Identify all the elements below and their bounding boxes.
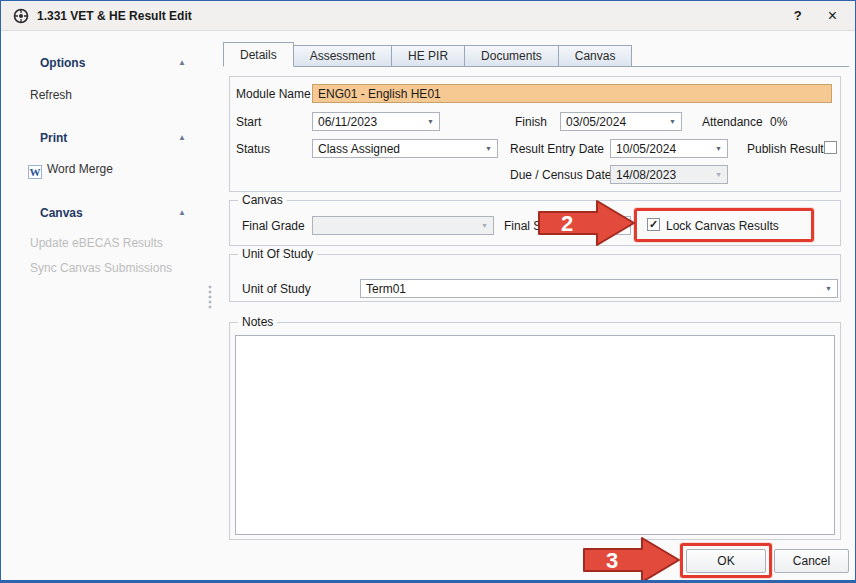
start-label: Start: [236, 115, 261, 129]
chevron-down-icon: ▼: [821, 285, 832, 292]
app-icon: [13, 8, 29, 24]
ok-button[interactable]: OK: [686, 549, 766, 573]
chevron-down-icon: ▼: [481, 145, 492, 152]
sidebar-section-print[interactable]: Print ▲: [2, 131, 216, 151]
section-canvas-label: Canvas: [40, 206, 83, 220]
result-entry-date-combo[interactable]: 10/05/2024 ▼: [610, 139, 728, 158]
collapse-up-icon[interactable]: ▲: [178, 58, 186, 67]
finish-date-combo[interactable]: 03/05/2024 ▼: [560, 112, 682, 131]
final-score-label: Final Score: [504, 219, 565, 233]
cancel-button[interactable]: Cancel: [774, 549, 849, 573]
start-date-value: 06/11/2023: [318, 115, 377, 129]
splitter-grip[interactable]: [207, 284, 213, 310]
section-options-label: Options: [40, 56, 85, 70]
unit-of-study-group-label: Unit Of Study: [238, 247, 317, 261]
module-name-field[interactable]: ENG01 - English HE01: [312, 84, 832, 103]
tab-he-pir[interactable]: HE PIR: [392, 45, 465, 67]
chevron-down-icon: ▼: [711, 171, 722, 178]
notes-group-label: Notes: [238, 315, 277, 329]
window-title: 1.331 VET & HE Result Edit: [37, 9, 192, 23]
chevron-down-icon: ▼: [423, 118, 434, 125]
final-grade-label: Final Grade: [242, 219, 305, 233]
unit-of-study-combo[interactable]: Term01 ▼: [360, 279, 838, 298]
lock-canvas-results-checkbox[interactable]: [647, 218, 660, 231]
chevron-down-icon: ▼: [665, 118, 676, 125]
canvas-group: Canvas Final Grade ▼ Final Score Lock Ca…: [229, 200, 841, 246]
word-merge-label: Word Merge: [47, 162, 113, 176]
word-icon: W: [28, 165, 42, 179]
sidebar-section-options[interactable]: Options ▲: [2, 56, 216, 76]
module-name-label: Module Name: [236, 87, 311, 101]
due-census-date-label: Due / Census Date: [510, 168, 611, 182]
details-tab-page: Module Name ENG01 - English HE01 Start 0…: [223, 66, 849, 542]
sidebar-section-canvas[interactable]: Canvas ▲: [2, 206, 216, 226]
main-fields-group: Module Name ENG01 - English HE01 Start 0…: [229, 76, 841, 192]
status-combo[interactable]: Class Assigned ▼: [312, 139, 498, 158]
vet-he-result-edit-dialog: 1.331 VET & HE Result Edit ? × Options ▲…: [0, 0, 856, 583]
attendance-label: Attendance: [702, 115, 763, 129]
step-3-number: 3: [606, 548, 618, 573]
tab-assessment[interactable]: Assessment: [294, 45, 392, 67]
finish-label: Finish: [515, 115, 547, 129]
chevron-down-icon: ▼: [711, 145, 722, 152]
sidebar-item-word-merge[interactable]: WWord Merge: [28, 162, 113, 179]
close-button[interactable]: ×: [822, 7, 843, 25]
attendance-value: 0%: [770, 115, 787, 129]
section-print-label: Print: [40, 131, 67, 145]
unit-of-study-value: Term01: [366, 282, 406, 296]
update-ebecas-results-label: Update eBECAS Results: [30, 236, 163, 250]
final-score-field[interactable]: [567, 216, 631, 235]
collapse-up-icon[interactable]: ▲: [178, 208, 186, 217]
tab-documents[interactable]: Documents: [465, 45, 559, 67]
sync-canvas-submissions-label: Sync Canvas Submissions: [30, 261, 172, 275]
title-bar: 1.331 VET & HE Result Edit ? ×: [1, 1, 855, 31]
finish-date-value: 03/05/2024: [566, 115, 626, 129]
unit-of-study-group: Unit Of Study Unit of Study Term01 ▼: [229, 254, 841, 302]
due-census-date-value: 14/08/2023: [616, 168, 676, 182]
notes-group: Notes: [229, 322, 841, 540]
status-value: Class Assigned: [318, 142, 400, 156]
canvas-group-label: Canvas: [238, 193, 287, 207]
tab-strip: Details Assessment HE PIR Documents Canv…: [223, 43, 632, 67]
notes-textarea[interactable]: [235, 335, 835, 535]
result-entry-date-label: Result Entry Date: [510, 142, 604, 156]
due-census-date-combo[interactable]: 14/08/2023 ▼: [610, 165, 728, 184]
tab-canvas[interactable]: Canvas: [559, 45, 633, 67]
unit-of-study-label: Unit of Study: [242, 282, 311, 296]
final-grade-combo[interactable]: ▼: [312, 216, 494, 235]
collapse-up-icon[interactable]: ▲: [178, 133, 186, 142]
start-date-combo[interactable]: 06/11/2023 ▼: [312, 112, 440, 131]
lock-canvas-results-label: Lock Canvas Results: [666, 219, 779, 233]
sidebar-item-refresh[interactable]: Refresh: [30, 88, 72, 102]
chevron-down-icon: ▼: [477, 222, 488, 229]
refresh-label: Refresh: [30, 88, 72, 102]
sidebar-item-update-ebecas-results[interactable]: Update eBECAS Results: [30, 236, 163, 250]
sidebar: Options ▲ Refresh Print ▲ WWord Merge Ca…: [2, 32, 216, 577]
status-label: Status: [236, 142, 270, 156]
publish-result-checkbox[interactable]: [824, 141, 837, 154]
tab-details[interactable]: Details: [223, 42, 294, 67]
publish-result-label: Publish Result: [747, 142, 824, 156]
result-entry-date-value: 10/05/2024: [616, 142, 676, 156]
sidebar-item-sync-canvas-submissions[interactable]: Sync Canvas Submissions: [30, 261, 172, 275]
help-button[interactable]: ?: [788, 6, 808, 25]
